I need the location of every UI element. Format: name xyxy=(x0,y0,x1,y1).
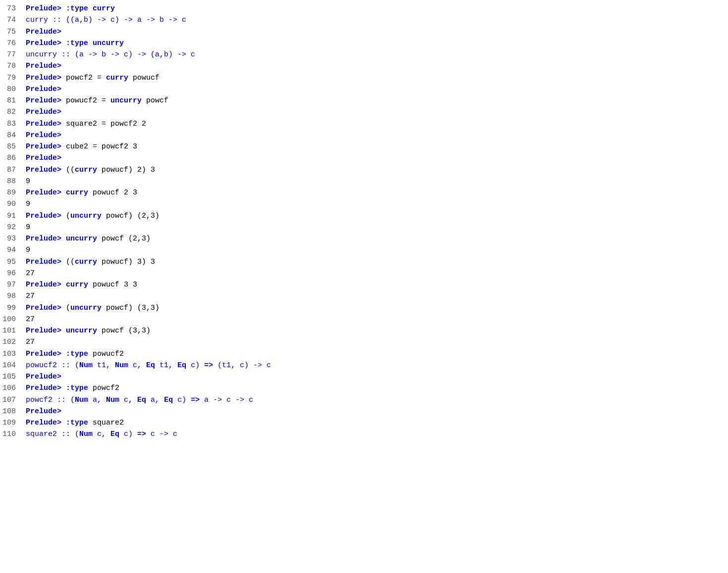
line-number: 79 xyxy=(0,72,16,84)
code-line: Prelude> xyxy=(26,84,728,95)
line-number: 74 xyxy=(0,14,16,26)
line-number: 109 xyxy=(0,417,16,429)
line-number: 86 xyxy=(0,152,16,164)
line-number: 81 xyxy=(0,95,16,106)
line-number: 88 xyxy=(0,176,16,187)
code-line: Prelude> :type powcf2 xyxy=(26,382,728,394)
code-line: Prelude> (uncurry powcf) (2,3) xyxy=(26,210,728,222)
line-number: 106 xyxy=(0,382,16,394)
code-line: Prelude> :type curry xyxy=(26,3,728,14)
code-line: Prelude> xyxy=(26,406,728,417)
code-line: 27 xyxy=(26,268,728,279)
line-number: 87 xyxy=(0,164,16,176)
code-line: Prelude> square2 = powcf2 2 xyxy=(26,118,728,130)
code-container: 7374757677787980818283848586878889909192… xyxy=(0,0,728,573)
code-line: Prelude> :type uncurry xyxy=(26,38,728,49)
code-line: 9 xyxy=(26,198,728,210)
code-line: Prelude> ((curry powucf) 3) 3 xyxy=(26,256,728,268)
line-number: 93 xyxy=(0,233,16,244)
code-line: 9 xyxy=(26,176,728,187)
code-line: Prelude> uncurry powcf (3,3) xyxy=(26,325,728,336)
line-number: 96 xyxy=(0,268,16,279)
code-line: Prelude> xyxy=(26,152,728,164)
line-number: 82 xyxy=(0,106,16,118)
line-number: 101 xyxy=(0,325,16,336)
code-line: Prelude> ((curry powucf) 2) 3 xyxy=(26,164,728,176)
line-number: 104 xyxy=(0,360,16,371)
code-line: Prelude> :type powucf2 xyxy=(26,348,728,360)
code-line: powcf2 :: (Num a, Num c, Eq a, Eq c) => … xyxy=(26,394,728,406)
line-number: 97 xyxy=(0,279,16,290)
code-line: Prelude> xyxy=(26,60,728,72)
code-line: curry :: ((a,b) -> c) -> a -> b -> c xyxy=(26,14,728,26)
code-line: uncurry :: (a -> b -> c) -> (a,b) -> c xyxy=(26,49,728,60)
code-line: Prelude> powcf2 = curry powucf xyxy=(26,72,728,84)
code-line: Prelude> curry powucf 2 3 xyxy=(26,187,728,198)
line-number: 103 xyxy=(0,348,16,360)
line-number: 89 xyxy=(0,187,16,198)
code-line: Prelude> uncurry powcf (2,3) xyxy=(26,233,728,244)
line-number: 99 xyxy=(0,302,16,314)
code-line: 27 xyxy=(26,314,728,325)
line-number: 91 xyxy=(0,210,16,222)
line-number: 98 xyxy=(0,290,16,302)
code-line: Prelude> xyxy=(26,26,728,38)
line-number: 95 xyxy=(0,256,16,268)
line-number: 102 xyxy=(0,336,16,348)
code-line: Prelude> cube2 = powcf2 3 xyxy=(26,141,728,152)
line-number: 78 xyxy=(0,60,16,72)
line-number: 100 xyxy=(0,314,16,325)
code-line: Prelude> :type square2 xyxy=(26,417,728,429)
code-lines: Prelude> :type currycurry :: ((a,b) -> c… xyxy=(24,3,728,570)
code-line: Prelude> powucf2 = uncurry powcf xyxy=(26,95,728,106)
line-number: 77 xyxy=(0,49,16,60)
line-number: 76 xyxy=(0,38,16,49)
code-line: 9 xyxy=(26,222,728,233)
line-number: 105 xyxy=(0,371,16,382)
line-number: 94 xyxy=(0,244,16,256)
code-line: Prelude> xyxy=(26,130,728,141)
line-number: 83 xyxy=(0,118,16,130)
code-line: square2 :: (Num c, Eq c) => c -> c xyxy=(26,429,728,440)
line-number: 108 xyxy=(0,406,16,417)
line-number: 110 xyxy=(0,429,16,440)
line-number: 90 xyxy=(0,198,16,210)
line-number: 73 xyxy=(0,3,16,14)
code-line: Prelude> xyxy=(26,371,728,382)
code-line: Prelude> (uncurry powcf) (3,3) xyxy=(26,302,728,314)
line-number: 85 xyxy=(0,141,16,152)
line-numbers: 7374757677787980818283848586878889909192… xyxy=(0,3,24,570)
code-line: Prelude> curry powucf 3 3 xyxy=(26,279,728,290)
code-line: 27 xyxy=(26,290,728,302)
line-number: 75 xyxy=(0,26,16,38)
code-line: 9 xyxy=(26,244,728,256)
code-line: powucf2 :: (Num t1, Num c, Eq t1, Eq c) … xyxy=(26,360,728,371)
code-line: Prelude> xyxy=(26,106,728,118)
line-number: 92 xyxy=(0,222,16,233)
code-line: 27 xyxy=(26,336,728,348)
line-number: 84 xyxy=(0,130,16,141)
line-number: 107 xyxy=(0,394,16,406)
line-number: 80 xyxy=(0,84,16,95)
